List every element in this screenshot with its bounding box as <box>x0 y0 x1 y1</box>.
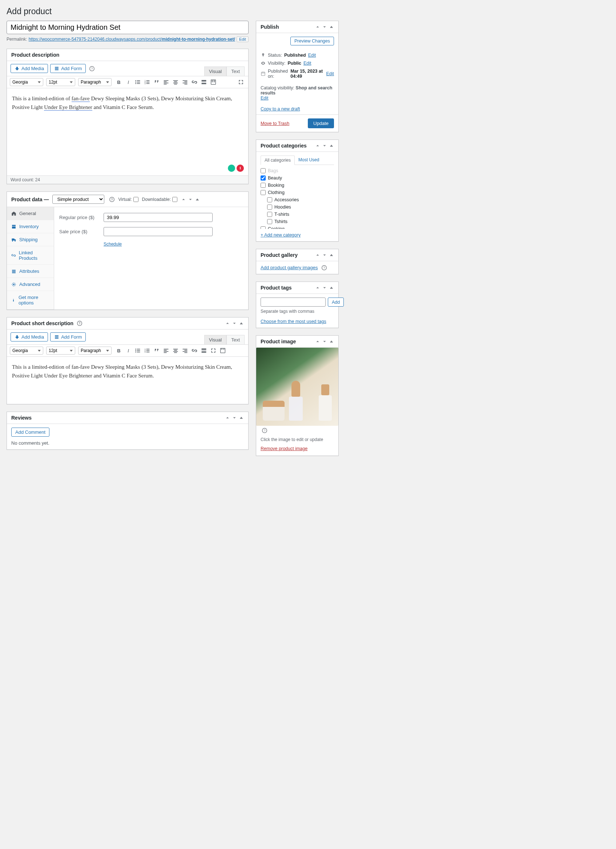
visibility-edit-link[interactable]: Edit <box>303 61 312 66</box>
ol-icon[interactable]: 123 <box>143 78 152 86</box>
ol-icon[interactable]: 123 <box>143 346 152 355</box>
add-category-link[interactable]: + Add new category <box>261 232 334 238</box>
text-tab[interactable]: Text <box>227 67 245 76</box>
quote-icon[interactable] <box>152 78 161 86</box>
remove-image-link[interactable]: Remove product image <box>261 446 307 451</box>
product-image-thumbnail[interactable] <box>256 348 339 426</box>
category-item[interactable]: Booking <box>261 182 333 189</box>
add-media-button[interactable]: Add Media <box>10 332 48 341</box>
chevron-up-icon[interactable] <box>315 339 320 344</box>
help-icon[interactable]: ? <box>77 321 82 326</box>
align-right-icon[interactable] <box>180 346 189 355</box>
font-size-select[interactable]: 12pt <box>46 347 75 354</box>
tab-linked-products[interactable]: Linked Products <box>7 246 54 265</box>
editor-content[interactable]: This is a limited-edition of fan-fave De… <box>7 88 248 176</box>
caret-up-icon[interactable] <box>195 197 200 202</box>
align-center-icon[interactable] <box>171 78 180 86</box>
caret-up-icon[interactable] <box>329 285 334 290</box>
tag-input[interactable] <box>261 298 326 307</box>
bold-icon[interactable]: B <box>115 78 123 86</box>
chevron-down-icon[interactable] <box>322 24 327 30</box>
category-item[interactable]: Clothing <box>261 189 333 196</box>
read-more-icon[interactable] <box>200 78 208 86</box>
short-description-content[interactable]: This is a limited-edition of fan-fave De… <box>7 357 248 404</box>
category-item[interactable]: Cooking <box>261 225 333 229</box>
chevron-down-icon[interactable] <box>322 285 327 290</box>
ul-icon[interactable] <box>133 78 142 86</box>
add-media-button[interactable]: Add Media <box>10 64 48 73</box>
align-right-icon[interactable] <box>180 78 189 86</box>
add-gallery-link[interactable]: Add product gallery images <box>261 265 318 270</box>
align-center-icon[interactable] <box>171 346 180 355</box>
tab-advanced[interactable]: Advanced <box>7 278 54 291</box>
status-edit-link[interactable]: Edit <box>308 53 316 58</box>
cat-tab-most-used[interactable]: Most Used <box>295 155 323 165</box>
chevron-up-icon[interactable] <box>315 252 320 258</box>
add-tag-button[interactable]: Add <box>328 298 344 307</box>
link-icon[interactable] <box>190 346 199 355</box>
move-to-trash-link[interactable]: Move to Trash <box>261 121 289 126</box>
caret-up-icon[interactable] <box>329 252 334 258</box>
chevron-down-icon[interactable] <box>322 252 327 258</box>
text-tab[interactable]: Text <box>227 335 245 344</box>
toolbar-toggle-icon[interactable] <box>209 78 218 86</box>
preview-changes-button[interactable]: Preview Changes <box>290 37 334 45</box>
chevron-down-icon[interactable] <box>232 321 237 326</box>
bold-icon[interactable]: B <box>115 346 123 355</box>
help-icon[interactable]: ? <box>322 265 327 270</box>
downloadable-checkbox[interactable]: Downloadable: <box>142 197 177 202</box>
sale-price-input[interactable] <box>104 227 213 236</box>
chevron-up-icon[interactable] <box>225 321 230 326</box>
help-icon[interactable]: ? <box>109 197 115 202</box>
caret-up-icon[interactable] <box>329 24 334 30</box>
add-form-button[interactable]: Add Form <box>50 332 86 341</box>
italic-icon[interactable]: I <box>124 78 133 86</box>
chevron-down-icon[interactable] <box>322 143 327 148</box>
format-select[interactable]: Paragraph <box>78 78 112 86</box>
category-list[interactable]: BagsBeautyBookingClothingAccessoriesHood… <box>261 167 334 229</box>
caret-up-icon[interactable] <box>329 339 334 344</box>
toolbar-toggle-icon[interactable] <box>218 346 227 355</box>
fullscreen-icon[interactable] <box>237 78 245 86</box>
tab-get-more[interactable]: Get more options <box>7 291 54 310</box>
read-more-icon[interactable] <box>200 346 208 355</box>
regular-price-input[interactable] <box>104 213 213 222</box>
chevron-up-icon[interactable] <box>315 24 320 30</box>
virtual-checkbox[interactable]: Virtual: <box>118 197 138 202</box>
ul-icon[interactable] <box>133 346 142 355</box>
tab-attributes[interactable]: Attributes <box>7 265 54 278</box>
category-item[interactable]: Tshirts <box>261 218 333 225</box>
published-edit-link[interactable]: Edit <box>326 71 334 76</box>
category-item[interactable]: Beauty <box>261 174 333 182</box>
chevron-up-icon[interactable] <box>315 285 320 290</box>
visual-tab[interactable]: Visual <box>204 335 227 344</box>
copy-draft-link[interactable]: Copy to a new draft <box>261 106 334 112</box>
help-icon[interactable]: ? <box>89 66 94 71</box>
add-form-button[interactable]: Add Form <box>50 64 86 73</box>
chevron-down-icon[interactable] <box>232 415 237 420</box>
italic-icon[interactable]: I <box>124 346 133 355</box>
caret-up-icon[interactable] <box>329 143 334 148</box>
tab-general[interactable]: General <box>7 207 54 220</box>
catalog-edit-link[interactable]: Edit <box>261 95 268 101</box>
caret-up-icon[interactable] <box>239 415 244 420</box>
chevron-up-icon[interactable] <box>315 143 320 148</box>
chevron-up-icon[interactable] <box>225 415 230 420</box>
category-item[interactable]: Accessories <box>261 196 333 203</box>
align-left-icon[interactable] <box>162 346 170 355</box>
font-select[interactable]: Georgia <box>10 78 43 86</box>
fullscreen-icon[interactable] <box>209 346 218 355</box>
caret-up-icon[interactable] <box>239 321 244 326</box>
add-comment-button[interactable]: Add Comment <box>11 427 49 437</box>
font-size-select[interactable]: 12pt <box>46 78 75 86</box>
chevron-down-icon[interactable] <box>188 197 193 202</box>
visual-tab[interactable]: Visual <box>204 67 227 76</box>
update-button[interactable]: Update <box>308 118 334 128</box>
category-item[interactable]: Hoodies <box>261 203 333 211</box>
chevron-up-icon[interactable] <box>181 197 186 202</box>
permalink-edit-button[interactable]: Edit <box>237 36 249 42</box>
font-select[interactable]: Georgia <box>10 347 43 354</box>
cat-tab-all[interactable]: All categories <box>261 155 295 165</box>
product-type-select[interactable]: Simple product <box>52 195 104 204</box>
category-item[interactable]: T-shirts <box>261 211 333 218</box>
